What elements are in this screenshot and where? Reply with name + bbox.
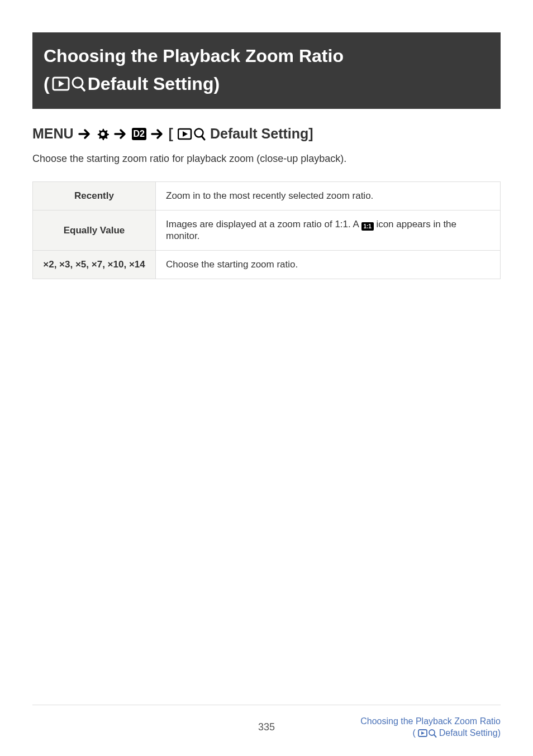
svg-marker-10 xyxy=(421,731,425,735)
table-row: Equally Value Images are displayed at a … xyxy=(33,210,501,251)
row-desc: Images are displayed at a zoom ratio of … xyxy=(156,210,501,251)
title-prefix: ( xyxy=(44,70,50,98)
one-to-one-icon: 1:1 xyxy=(361,222,374,231)
title-line1: Choosing the Playback Zoom Ratio xyxy=(44,46,344,66)
table-row: ×2, ×3, ×5, ×7, ×10, ×14 Choose the star… xyxy=(33,251,501,279)
svg-line-3 xyxy=(81,87,84,90)
playback-zoom-icon xyxy=(52,75,85,92)
playback-zoom-icon xyxy=(178,127,206,141)
row-label: Recently xyxy=(33,182,156,210)
breadcrumb-suffix-text: Default Setting] xyxy=(210,126,313,142)
svg-line-12 xyxy=(434,735,436,737)
svg-line-8 xyxy=(202,136,204,140)
breadcrumb: MENU D2 [ Default Setting] xyxy=(32,126,501,142)
footer-link-prefix: ( xyxy=(412,727,415,739)
intro-text: Choose the starting zoom ratio for playb… xyxy=(32,153,501,165)
arrow-right-icon xyxy=(114,128,127,140)
footer-section-link[interactable]: Choosing the Playback Zoom Ratio ( Defau… xyxy=(345,715,501,739)
row-desc: Choose the starting zoom ratio. xyxy=(156,251,501,279)
options-table: Recently Zoom in to the most recently se… xyxy=(32,181,501,279)
breadcrumb-menu-label: MENU xyxy=(32,126,74,142)
arrow-right-icon xyxy=(151,128,164,140)
row-label: ×2, ×3, ×5, ×7, ×10, ×14 xyxy=(33,251,156,279)
row-label: Equally Value xyxy=(33,210,156,251)
page-title-bar: Choosing the Playback Zoom Ratio ( Defau… xyxy=(32,32,501,109)
page-footer: 335 Choosing the Playback Zoom Ratio ( D… xyxy=(32,705,501,739)
svg-marker-6 xyxy=(183,131,188,137)
row-desc: Zoom in to the most recently selected zo… xyxy=(156,182,501,210)
table-row: Recently Zoom in to the most recently se… xyxy=(33,182,501,210)
title-suffix: Default Setting) xyxy=(88,70,220,98)
svg-marker-1 xyxy=(59,80,64,87)
arrow-right-icon xyxy=(78,128,92,140)
page-number: 335 xyxy=(188,721,344,733)
footer-link-line1: Choosing the Playback Zoom Ratio xyxy=(345,715,501,728)
footer-link-suffix: Default Setting) xyxy=(439,727,501,739)
playback-zoom-icon xyxy=(418,729,437,738)
gear-icon xyxy=(96,127,110,141)
svg-point-4 xyxy=(101,132,104,136)
d2-badge: D2 xyxy=(132,128,146,140)
breadcrumb-bracket-open: [ xyxy=(169,126,173,142)
